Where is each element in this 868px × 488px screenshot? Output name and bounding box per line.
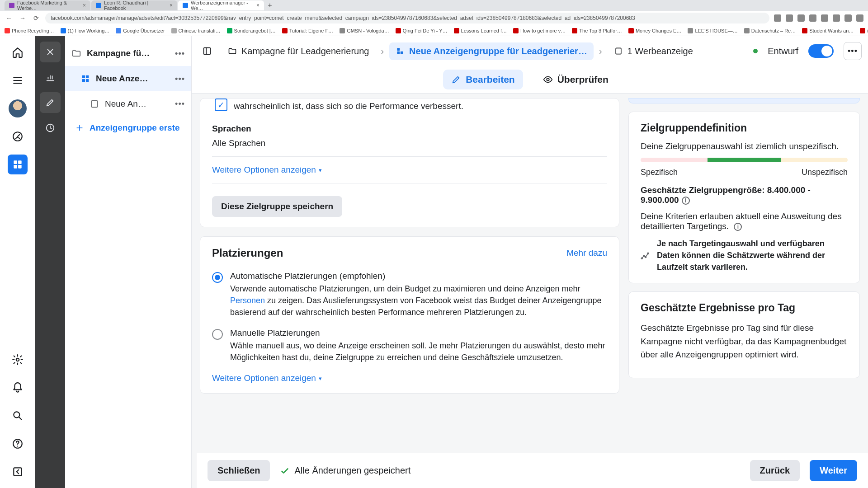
editor-footer: Schließen Alle Änderungen gespeichert Zu… xyxy=(197,453,868,488)
panel-toggle-icon[interactable] xyxy=(198,42,216,60)
tab-title: Werbeanzeigenmanager - We… xyxy=(191,0,254,11)
bookmark-item[interactable]: (2) How To Add A… xyxy=(860,28,868,33)
bookmark-item[interactable]: How to get more v… xyxy=(513,28,566,33)
close-editor-button[interactable] xyxy=(40,42,61,62)
radio-checked-icon[interactable] xyxy=(212,272,223,283)
more-menu-button[interactable]: ••• xyxy=(844,42,862,60)
audience-definition-card: Zielgruppendefinition Deine Zielgruppena… xyxy=(628,112,860,283)
tab-favicon-icon xyxy=(9,3,14,8)
extension-icon[interactable] xyxy=(856,14,863,22)
campaign-tree: Kampagne fü… ••• Neue Anze… ••• Neue An…… xyxy=(65,36,192,488)
close-icon[interactable]: × xyxy=(170,2,173,9)
breadcrumb-ad[interactable]: 1 Werbeanzeige xyxy=(608,42,699,60)
form-column[interactable]: ✓ wahrscheinlich ist, dass sich so die P… xyxy=(200,94,619,488)
browser-tab[interactable]: Leon R. Chaudhari | Facebook× xyxy=(91,0,177,10)
tab-edit[interactable]: Bearbeiten xyxy=(443,70,523,89)
save-audience-button[interactable]: Diese Zielgruppe speichern xyxy=(212,196,342,217)
help-icon[interactable] xyxy=(8,434,28,454)
bookmark-item[interactable]: LEE'S HOUSE—… xyxy=(688,28,737,33)
close-button[interactable]: Schließen xyxy=(208,460,270,481)
tree-label: Neue An… xyxy=(105,99,170,109)
bookmark-item[interactable]: Chinese translati… xyxy=(171,28,221,33)
menu-icon[interactable] xyxy=(8,70,28,90)
bookmark-item[interactable]: Phone Recycling… xyxy=(5,28,54,33)
add-adset-button[interactable]: Anzeigengruppe erste xyxy=(65,117,191,139)
tree-campaign[interactable]: Kampagne fü… ••• xyxy=(65,41,191,66)
show-more-options-link[interactable]: Weitere Optionen anzeigen▾ xyxy=(212,373,607,383)
new-tab-button[interactable]: + xyxy=(265,0,275,10)
bookmark-icon xyxy=(802,28,807,33)
bookmark-item[interactable]: GMSN - Vologda… xyxy=(340,28,389,33)
url-input[interactable]: facebook.com/adsmanager/manage/adsets/ed… xyxy=(45,13,769,23)
search-icon[interactable] xyxy=(8,406,28,426)
extension-icon[interactable] xyxy=(833,14,840,22)
extension-icon[interactable] xyxy=(774,14,781,22)
bookmark-item[interactable]: Sonderangebot |… xyxy=(227,28,276,33)
breadcrumb-adset[interactable]: Neue Anzeigengruppe für Leadgenerier… xyxy=(389,42,594,60)
tree-label: Neue Anze… xyxy=(96,74,170,84)
more-icon[interactable]: ••• xyxy=(175,49,185,58)
bookmark-item[interactable]: (1) How Working… xyxy=(61,28,110,33)
gauge-icon[interactable] xyxy=(8,127,28,146)
extension-icon[interactable] xyxy=(844,14,852,22)
extension-icon[interactable] xyxy=(797,14,805,22)
placement-option-manual[interactable]: Manuelle Platzierungen Wähle manuell aus… xyxy=(212,328,607,363)
tree-adset[interactable]: Neue Anze… ••• xyxy=(65,66,191,91)
divider xyxy=(212,156,607,157)
bookmark-item[interactable]: Student Wants an… xyxy=(802,28,854,33)
bookmark-item[interactable]: Lessons Learned f… xyxy=(454,28,507,33)
collapse-icon[interactable] xyxy=(8,462,28,482)
learn-more-link[interactable]: Mehr dazu xyxy=(566,248,607,258)
tab-review[interactable]: Überprüfen xyxy=(535,70,617,89)
avatar[interactable] xyxy=(8,99,28,118)
info-icon[interactable]: i xyxy=(734,223,742,231)
placement-option-auto[interactable]: Automatische Platzierungen (empfohlen) V… xyxy=(212,271,607,318)
bookmark-item[interactable]: Datenschutz – Re… xyxy=(744,28,796,33)
tree-ad[interactable]: Neue An… ••• xyxy=(65,91,191,117)
extensions xyxy=(774,14,863,22)
browser-tab-active[interactable]: Werbeanzeigenmanager - We…× xyxy=(178,0,264,10)
more-icon[interactable]: ••• xyxy=(175,99,185,109)
bell-icon[interactable] xyxy=(8,378,28,398)
bookmark-item[interactable]: Money Changes E… xyxy=(628,28,682,33)
truncated-text: wahrscheinlich ist, dass sich so die Per… xyxy=(234,101,463,111)
clock-icon[interactable] xyxy=(40,117,61,138)
bookmark-item[interactable]: Qing Fei De Yi - Y… xyxy=(396,28,448,33)
publish-toggle[interactable] xyxy=(808,44,834,58)
bookmark-item[interactable]: Google Übersetzer xyxy=(116,28,165,33)
radio-body: Automatische Platzierungen (empfohlen) V… xyxy=(230,271,607,318)
extension-icon[interactable] xyxy=(786,14,793,22)
forward-icon[interactable]: → xyxy=(18,14,27,22)
show-more-options-link[interactable]: Weitere Optionen anzeigen▾ xyxy=(212,165,607,175)
bookmarks-bar: Phone Recycling… (1) How Working… Google… xyxy=(0,25,868,36)
svg-rect-15 xyxy=(204,48,211,55)
tab-favicon-icon xyxy=(96,3,101,8)
back-button[interactable]: Zurück xyxy=(750,460,800,481)
gear-icon[interactable] xyxy=(8,350,28,370)
extension-icon[interactable] xyxy=(809,14,816,22)
close-icon[interactable]: × xyxy=(256,2,259,9)
close-icon[interactable]: × xyxy=(83,2,86,9)
info-icon[interactable]: i xyxy=(682,197,690,205)
more-icon[interactable]: ••• xyxy=(175,74,185,84)
next-button[interactable]: Weiter xyxy=(810,460,857,481)
breadcrumb-campaign[interactable]: Kampagne für Leadgenerierung xyxy=(222,42,375,60)
checkbox-checked-icon[interactable]: ✓ xyxy=(215,99,227,111)
home-icon[interactable] xyxy=(8,42,28,62)
bookmark-item[interactable]: Tutorial: Eigene F… xyxy=(282,28,333,33)
ads-manager-icon[interactable] xyxy=(8,155,28,174)
criteria-note: Deine Kriterien erlauben aktuell eine Au… xyxy=(641,211,848,231)
pencil-icon[interactable] xyxy=(40,92,61,113)
reload-icon[interactable]: ⟳ xyxy=(32,14,41,22)
back-icon[interactable]: ← xyxy=(5,14,14,22)
browser-tab[interactable]: Facebook Marketing & Werbe…× xyxy=(5,0,90,10)
svg-rect-12 xyxy=(82,79,85,82)
bookmark-item[interactable]: The Top 3 Platfor… xyxy=(572,28,622,33)
targeting-expansion-row: ✓ wahrscheinlich ist, dass sich so die P… xyxy=(212,99,607,117)
chart-icon[interactable] xyxy=(40,67,61,88)
radio-unchecked-icon[interactable] xyxy=(212,329,223,340)
inline-link[interactable]: Personen xyxy=(230,296,265,305)
svg-rect-8 xyxy=(14,468,21,475)
extension-icon[interactable] xyxy=(821,14,828,22)
bookmark-icon xyxy=(5,28,10,33)
